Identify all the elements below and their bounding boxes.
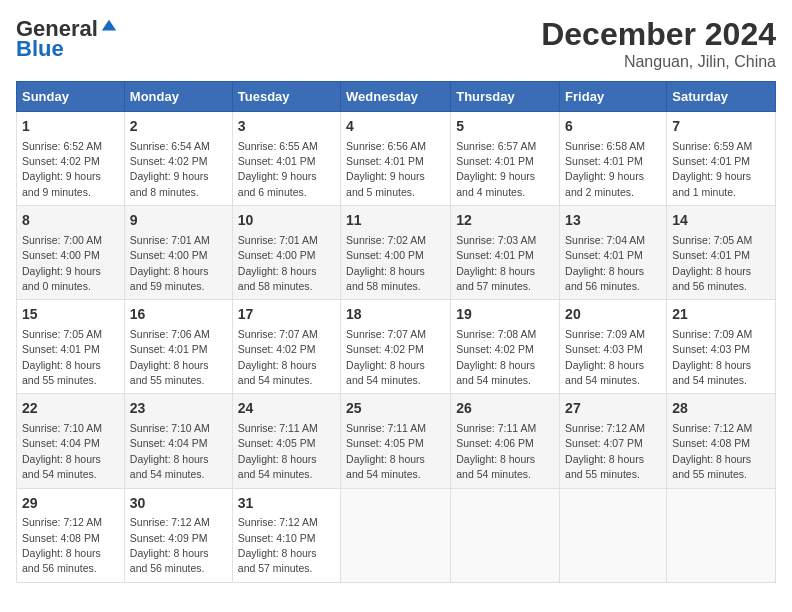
day-header-saturday: Saturday — [667, 82, 776, 112]
day-info: Sunrise: 6:58 AMSunset: 4:01 PMDaylight:… — [565, 140, 645, 198]
day-header-monday: Monday — [124, 82, 232, 112]
day-number: 7 — [672, 117, 770, 137]
day-number: 21 — [672, 305, 770, 325]
day-header-tuesday: Tuesday — [232, 82, 340, 112]
calendar-cell: 14 Sunrise: 7:05 AMSunset: 4:01 PMDaylig… — [667, 206, 776, 300]
title-block: December 2024 Nanguan, Jilin, China — [541, 16, 776, 71]
day-number: 8 — [22, 211, 119, 231]
day-number: 11 — [346, 211, 445, 231]
calendar-cell — [560, 488, 667, 582]
day-info: Sunrise: 6:54 AMSunset: 4:02 PMDaylight:… — [130, 140, 210, 198]
calendar-cell: 22 Sunrise: 7:10 AMSunset: 4:04 PMDaylig… — [17, 394, 125, 488]
calendar-cell: 29 Sunrise: 7:12 AMSunset: 4:08 PMDaylig… — [17, 488, 125, 582]
day-info: Sunrise: 7:10 AMSunset: 4:04 PMDaylight:… — [22, 422, 102, 480]
calendar-cell: 5 Sunrise: 6:57 AMSunset: 4:01 PMDayligh… — [451, 112, 560, 206]
calendar-cell: 25 Sunrise: 7:11 AMSunset: 4:05 PMDaylig… — [341, 394, 451, 488]
day-number: 14 — [672, 211, 770, 231]
day-info: Sunrise: 7:12 AMSunset: 4:09 PMDaylight:… — [130, 516, 210, 574]
month-title: December 2024 — [541, 16, 776, 53]
calendar-cell: 15 Sunrise: 7:05 AMSunset: 4:01 PMDaylig… — [17, 300, 125, 394]
day-number: 17 — [238, 305, 335, 325]
day-header-wednesday: Wednesday — [341, 82, 451, 112]
day-number: 24 — [238, 399, 335, 419]
calendar-cell: 7 Sunrise: 6:59 AMSunset: 4:01 PMDayligh… — [667, 112, 776, 206]
logo: General Blue — [16, 16, 118, 62]
day-number: 31 — [238, 494, 335, 514]
day-number: 15 — [22, 305, 119, 325]
calendar-cell: 2 Sunrise: 6:54 AMSunset: 4:02 PMDayligh… — [124, 112, 232, 206]
calendar-week-row: 15 Sunrise: 7:05 AMSunset: 4:01 PMDaylig… — [17, 300, 776, 394]
calendar-cell: 28 Sunrise: 7:12 AMSunset: 4:08 PMDaylig… — [667, 394, 776, 488]
logo-blue-text: Blue — [16, 36, 64, 62]
calendar-cell: 13 Sunrise: 7:04 AMSunset: 4:01 PMDaylig… — [560, 206, 667, 300]
calendar-cell: 24 Sunrise: 7:11 AMSunset: 4:05 PMDaylig… — [232, 394, 340, 488]
day-info: Sunrise: 6:55 AMSunset: 4:01 PMDaylight:… — [238, 140, 318, 198]
day-info: Sunrise: 7:07 AMSunset: 4:02 PMDaylight:… — [346, 328, 426, 386]
day-number: 25 — [346, 399, 445, 419]
day-number: 26 — [456, 399, 554, 419]
calendar-cell: 9 Sunrise: 7:01 AMSunset: 4:00 PMDayligh… — [124, 206, 232, 300]
day-info: Sunrise: 7:12 AMSunset: 4:10 PMDaylight:… — [238, 516, 318, 574]
day-number: 2 — [130, 117, 227, 137]
day-info: Sunrise: 7:02 AMSunset: 4:00 PMDaylight:… — [346, 234, 426, 292]
calendar-cell: 19 Sunrise: 7:08 AMSunset: 4:02 PMDaylig… — [451, 300, 560, 394]
day-number: 13 — [565, 211, 661, 231]
day-number: 19 — [456, 305, 554, 325]
calendar-cell — [341, 488, 451, 582]
calendar-cell: 16 Sunrise: 7:06 AMSunset: 4:01 PMDaylig… — [124, 300, 232, 394]
calendar-week-row: 1 Sunrise: 6:52 AMSunset: 4:02 PMDayligh… — [17, 112, 776, 206]
day-info: Sunrise: 7:09 AMSunset: 4:03 PMDaylight:… — [565, 328, 645, 386]
day-info: Sunrise: 7:06 AMSunset: 4:01 PMDaylight:… — [130, 328, 210, 386]
day-number: 3 — [238, 117, 335, 137]
day-info: Sunrise: 7:12 AMSunset: 4:07 PMDaylight:… — [565, 422, 645, 480]
calendar-cell: 8 Sunrise: 7:00 AMSunset: 4:00 PMDayligh… — [17, 206, 125, 300]
day-header-sunday: Sunday — [17, 82, 125, 112]
day-header-friday: Friday — [560, 82, 667, 112]
day-number: 29 — [22, 494, 119, 514]
calendar-cell: 30 Sunrise: 7:12 AMSunset: 4:09 PMDaylig… — [124, 488, 232, 582]
calendar-cell: 21 Sunrise: 7:09 AMSunset: 4:03 PMDaylig… — [667, 300, 776, 394]
calendar-week-row: 29 Sunrise: 7:12 AMSunset: 4:08 PMDaylig… — [17, 488, 776, 582]
day-info: Sunrise: 7:12 AMSunset: 4:08 PMDaylight:… — [672, 422, 752, 480]
svg-marker-0 — [102, 20, 116, 31]
calendar-cell: 3 Sunrise: 6:55 AMSunset: 4:01 PMDayligh… — [232, 112, 340, 206]
calendar-cell: 1 Sunrise: 6:52 AMSunset: 4:02 PMDayligh… — [17, 112, 125, 206]
page-header: General Blue December 2024 Nanguan, Jili… — [16, 16, 776, 71]
day-number: 16 — [130, 305, 227, 325]
day-info: Sunrise: 7:07 AMSunset: 4:02 PMDaylight:… — [238, 328, 318, 386]
day-number: 27 — [565, 399, 661, 419]
calendar-cell — [667, 488, 776, 582]
calendar-cell: 27 Sunrise: 7:12 AMSunset: 4:07 PMDaylig… — [560, 394, 667, 488]
calendar-cell: 26 Sunrise: 7:11 AMSunset: 4:06 PMDaylig… — [451, 394, 560, 488]
calendar-cell: 10 Sunrise: 7:01 AMSunset: 4:00 PMDaylig… — [232, 206, 340, 300]
calendar-cell: 31 Sunrise: 7:12 AMSunset: 4:10 PMDaylig… — [232, 488, 340, 582]
calendar-cell: 23 Sunrise: 7:10 AMSunset: 4:04 PMDaylig… — [124, 394, 232, 488]
calendar-cell: 18 Sunrise: 7:07 AMSunset: 4:02 PMDaylig… — [341, 300, 451, 394]
day-info: Sunrise: 7:00 AMSunset: 4:00 PMDaylight:… — [22, 234, 102, 292]
logo-icon — [100, 18, 118, 36]
day-info: Sunrise: 7:10 AMSunset: 4:04 PMDaylight:… — [130, 422, 210, 480]
day-number: 10 — [238, 211, 335, 231]
day-number: 12 — [456, 211, 554, 231]
day-info: Sunrise: 7:12 AMSunset: 4:08 PMDaylight:… — [22, 516, 102, 574]
day-info: Sunrise: 7:01 AMSunset: 4:00 PMDaylight:… — [238, 234, 318, 292]
day-info: Sunrise: 6:59 AMSunset: 4:01 PMDaylight:… — [672, 140, 752, 198]
day-info: Sunrise: 7:11 AMSunset: 4:05 PMDaylight:… — [238, 422, 318, 480]
day-info: Sunrise: 6:57 AMSunset: 4:01 PMDaylight:… — [456, 140, 536, 198]
calendar-table: SundayMondayTuesdayWednesdayThursdayFrid… — [16, 81, 776, 583]
calendar-week-row: 22 Sunrise: 7:10 AMSunset: 4:04 PMDaylig… — [17, 394, 776, 488]
day-info: Sunrise: 7:09 AMSunset: 4:03 PMDaylight:… — [672, 328, 752, 386]
day-number: 5 — [456, 117, 554, 137]
day-number: 4 — [346, 117, 445, 137]
day-info: Sunrise: 6:56 AMSunset: 4:01 PMDaylight:… — [346, 140, 426, 198]
calendar-cell: 17 Sunrise: 7:07 AMSunset: 4:02 PMDaylig… — [232, 300, 340, 394]
calendar-week-row: 8 Sunrise: 7:00 AMSunset: 4:00 PMDayligh… — [17, 206, 776, 300]
day-info: Sunrise: 7:11 AMSunset: 4:06 PMDaylight:… — [456, 422, 536, 480]
calendar-cell — [451, 488, 560, 582]
day-number: 9 — [130, 211, 227, 231]
day-number: 18 — [346, 305, 445, 325]
day-info: Sunrise: 7:01 AMSunset: 4:00 PMDaylight:… — [130, 234, 210, 292]
day-info: Sunrise: 7:08 AMSunset: 4:02 PMDaylight:… — [456, 328, 536, 386]
day-info: Sunrise: 7:03 AMSunset: 4:01 PMDaylight:… — [456, 234, 536, 292]
day-number: 28 — [672, 399, 770, 419]
